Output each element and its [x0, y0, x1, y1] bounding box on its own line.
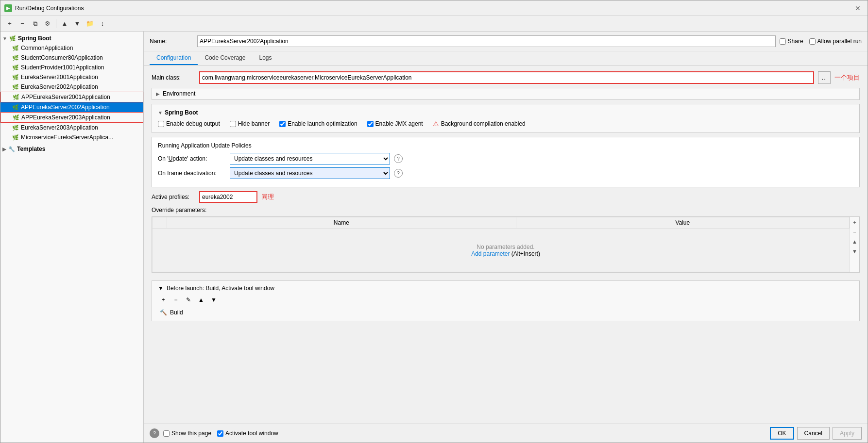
app-icon-3: 🌿 — [12, 74, 19, 81]
bottom-options: Show this page Activate tool window — [163, 430, 766, 437]
activate-window-label[interactable]: Activate tool window — [217, 430, 278, 437]
debug-output-checkbox[interactable] — [158, 121, 164, 127]
spring-boot-section-title: ▼ Spring Boot — [158, 109, 853, 116]
app-icon-5: 🌿 — [13, 94, 19, 100]
sidebar-item-app2002[interactable]: 🌿 APPEurekaServer2002Application — [0, 102, 143, 112]
launch-optimization-label[interactable]: Enable launch optimization — [279, 120, 357, 127]
app-icon-2: 🌿 — [12, 65, 19, 71]
sort-button[interactable]: ↕ — [97, 18, 108, 29]
app-icon-0: 🌿 — [12, 45, 19, 51]
launch-remove-btn[interactable]: − — [170, 295, 181, 305]
environment-header[interactable]: ▶ Environment — [152, 88, 859, 99]
jmx-agent-checkbox[interactable] — [367, 121, 374, 127]
launch-edit-btn[interactable]: ✎ — [183, 295, 194, 305]
on-frame-select[interactable]: Update classes and resources Update trig… — [230, 167, 390, 179]
sidebar-item-eureka2002[interactable]: 🌿 EurekaServer2002Application — [0, 82, 143, 92]
tab-code-coverage[interactable]: Code Coverage — [198, 51, 252, 65]
name-input[interactable] — [197, 35, 776, 47]
main-class-row: Main class: … 一个项目 — [152, 71, 860, 84]
spring-boot-section: ▼ Spring Boot Enable debug output Hide b… — [152, 104, 860, 133]
move-down-button[interactable]: ▼ — [72, 18, 83, 29]
sidebar-item-label-4: EurekaServer2002Application — [21, 83, 98, 90]
sidebar-item-app2003[interactable]: 🌿 APPEurekaServer2003Application — [0, 112, 143, 123]
app-icon-7: 🌿 — [13, 115, 19, 121]
active-profiles-label: Active profiles: — [152, 194, 195, 200]
hide-banner-checkbox[interactable] — [230, 121, 236, 127]
remove-config-button[interactable]: − — [17, 18, 28, 29]
launch-toolbar: + − ✎ ▲ ▼ — [158, 295, 853, 305]
debug-output-label[interactable]: Enable debug output — [158, 120, 220, 127]
show-page-text: Show this page — [171, 430, 211, 437]
dialog-buttons: OK Cancel Apply — [770, 427, 862, 440]
browse-main-class-button[interactable]: … — [818, 71, 831, 84]
launch-add-btn[interactable]: + — [158, 295, 169, 305]
background-compilation-container: ⚠ Background compilation enabled — [433, 120, 526, 128]
sidebar-item-common-app[interactable]: 🌿 CommonApplication — [0, 43, 143, 53]
content-area: ▼ 🌿 Spring Boot 🌿 CommonApplication 🌿 St… — [0, 32, 868, 443]
on-frame-help-icon[interactable]: ? — [394, 169, 403, 178]
spring-boot-group-header[interactable]: ▼ 🌿 Spring Boot — [0, 33, 143, 43]
app-icon-9: 🌿 — [12, 134, 19, 141]
jmx-agent-label[interactable]: Enable JMX agent — [367, 120, 423, 127]
share-checkbox-label[interactable]: Share — [780, 38, 803, 45]
tab-configuration[interactable]: Configuration — [150, 51, 198, 65]
table-add-btn[interactable]: + — [850, 218, 860, 227]
params-table: Name Value — [152, 217, 859, 229]
add-param-link[interactable]: Add parameter — [471, 250, 510, 257]
on-frame-label: On frame deactivation: — [158, 170, 226, 177]
name-bar: Name: Share Allow parallel run — [144, 32, 868, 51]
launch-up-btn[interactable]: ▲ — [196, 295, 206, 305]
hide-banner-text: Hide banner — [238, 120, 270, 127]
name-label: Name: — [150, 38, 193, 45]
spring-boot-label: Spring Boot — [18, 35, 51, 42]
tab-logs[interactable]: Logs — [252, 51, 278, 65]
templates-group-header[interactable]: ▶ 🔧 Templates — [0, 144, 143, 154]
sidebar-item-label-8: EurekaServer2003Application — [21, 124, 98, 131]
background-compilation-text: Background compilation enabled — [441, 120, 526, 127]
apply-button[interactable]: Apply — [833, 427, 862, 440]
app-icon-6: 🌿 — [12, 104, 19, 111]
add-param-container: Add parameter (Alt+Insert) — [471, 250, 540, 257]
add-config-button[interactable]: + — [4, 18, 15, 29]
active-profiles-input[interactable] — [199, 191, 257, 203]
launch-optimization-text: Enable launch optimization — [288, 120, 357, 127]
before-launch-title: ▼ Before launch: Build, Activate tool wi… — [158, 285, 853, 292]
cancel-button[interactable]: Cancel — [797, 427, 830, 440]
activate-window-checkbox[interactable] — [217, 430, 223, 437]
sidebar-item-eureka2001[interactable]: 🌿 EurekaServer2001Application — [0, 72, 143, 82]
show-page-label[interactable]: Show this page — [163, 430, 211, 437]
table-scroll-up[interactable]: ▲ — [850, 237, 860, 246]
move-up-button[interactable]: ▲ — [59, 18, 70, 29]
sidebar-item-app2001[interactable]: 🌿 APPEurekaServer2001Application — [0, 92, 143, 102]
on-update-select[interactable]: Update classes and resources Update trig… — [230, 153, 390, 164]
table-scroll-down[interactable]: ▼ — [850, 247, 860, 256]
hide-banner-label[interactable]: Hide banner — [230, 120, 270, 127]
ok-button[interactable]: OK — [770, 427, 794, 440]
on-update-help-icon[interactable]: ? — [394, 154, 403, 163]
sidebar-item-eureka2003[interactable]: 🌿 EurekaServer2003Application — [0, 123, 143, 132]
settings-button[interactable]: ⚙ — [42, 18, 53, 29]
env-arrow: ▶ — [156, 91, 160, 97]
spring-boot-checkboxes: Enable debug output Hide banner Enable l… — [158, 120, 853, 128]
sidebar-item-student-consumer[interactable]: 🌿 StudentConsumer80Application — [0, 53, 143, 63]
help-button[interactable]: ? — [150, 428, 159, 438]
toolbar-separator — [56, 19, 56, 28]
environment-label: Environment — [163, 90, 195, 97]
sidebar-item-student-provider[interactable]: 🌿 StudentProvider1001Application — [0, 63, 143, 72]
allow-parallel-label[interactable]: Allow parallel run — [809, 38, 862, 45]
sidebar-item-label-7: APPEurekaServer2003Application — [21, 114, 110, 121]
copy-config-button[interactable]: ⧉ — [30, 18, 40, 29]
launch-down-btn[interactable]: ▼ — [208, 295, 219, 305]
sidebar: ▼ 🌿 Spring Boot 🌿 CommonApplication 🌿 St… — [0, 32, 144, 443]
show-page-checkbox[interactable] — [163, 430, 170, 437]
close-button[interactable]: ✕ — [852, 2, 864, 14]
sidebar-item-microservice[interactable]: 🌿 MicroserviceEurekaServerApplica... — [0, 132, 143, 142]
allow-parallel-checkbox[interactable] — [809, 38, 816, 45]
table-remove-btn[interactable]: − — [850, 228, 860, 236]
main-class-input[interactable] — [199, 71, 814, 84]
tabs-bar: Configuration Code Coverage Logs — [144, 51, 868, 66]
launch-optimization-checkbox[interactable] — [279, 121, 286, 127]
share-checkbox[interactable] — [780, 38, 786, 45]
folder-button[interactable]: 📁 — [85, 18, 95, 29]
sidebar-item-label-2: StudentProvider1001Application — [21, 64, 104, 71]
